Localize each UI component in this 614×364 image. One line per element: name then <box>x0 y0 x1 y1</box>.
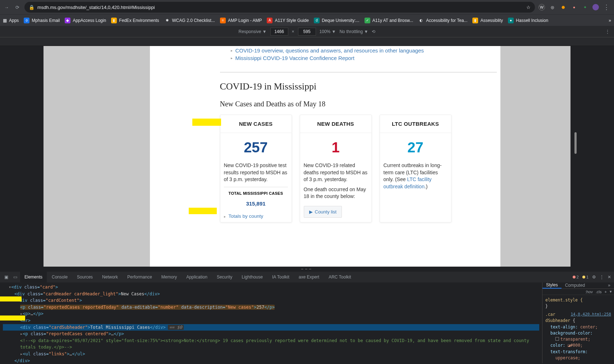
tab-lighthouse[interactable]: Lighthouse <box>237 272 267 282</box>
bookmark-a11y-style[interactable]: AA11Y Style Guide <box>267 18 309 23</box>
cls-toggle[interactable]: .cls <box>596 290 602 294</box>
folder-icon: ▮ <box>472 18 478 23</box>
ltc-desc: Current outbreaks in long-term care (LTC… <box>380 159 451 190</box>
device-select[interactable]: Responsive ▼ <box>239 29 267 34</box>
url-text: msdh.ms.gov/msdhsite/_static/14,0,420.ht… <box>37 5 155 10</box>
url-bar[interactable]: 🔒 msdh.ms.gov/msdhsite/_static/14,0,420.… <box>24 2 535 13</box>
bookmark-mphasis[interactable]: oMphasis Email <box>24 18 60 23</box>
ext-shield-icon[interactable]: ⬣ <box>560 4 567 10</box>
page-left-margin <box>150 46 220 267</box>
link-totals-county[interactable]: ▸Totals by county <box>224 212 288 221</box>
bookmark-fedex[interactable]: ▮FedEx Environments <box>111 18 159 23</box>
cards-row: NEW CASES 257 New COVID-19 positive test… <box>220 115 497 222</box>
page-content: ▸COVID-19 overview, questions and answer… <box>220 46 500 267</box>
inclusion-icon: ● <box>508 18 514 23</box>
toolbar-right: W ◎ ⬣ ● ✦ ⋮ <box>539 3 611 11</box>
tab-axe[interactable]: axe Expert <box>294 272 324 282</box>
bookmark-wcag[interactable]: ✱WCAG 2.0 Checklist... <box>164 18 215 23</box>
color-swatch-icon[interactable] <box>555 337 559 341</box>
divider <box>220 72 497 73</box>
styles-pane: Styles Computed » :hov .cls + ▾ element.… <box>542 282 614 363</box>
deque-icon: d <box>314 18 320 23</box>
new-deaths-value: 1 <box>300 133 371 159</box>
folder-icon: ▮ <box>111 18 117 23</box>
bookmark-a11y-at[interactable]: ✓A11y AT and Brosw... <box>365 18 413 23</box>
source-link[interactable]: 14,0,420.html:258 <box>571 312 611 318</box>
zoom-select[interactable]: 100% ▼ <box>320 29 336 34</box>
tab-console[interactable]: Console <box>47 272 72 282</box>
tab-arc[interactable]: ARC Toolkit <box>324 272 355 282</box>
throttle-select[interactable]: No throttling ▼ <box>339 29 368 34</box>
viewport-scrollbar[interactable] <box>574 132 577 154</box>
card-header-new-cases: NEW CASES <box>220 115 292 133</box>
browser-menu-icon[interactable]: ⋮ <box>603 3 610 11</box>
pane-menu-icon[interactable]: ▾ <box>610 289 612 294</box>
tab-computed[interactable]: Computed <box>562 282 588 289</box>
devtools-panel: ▣ ▭ Elements Console Sources Network Per… <box>0 272 614 363</box>
highlight-annotation <box>189 208 217 214</box>
device-toggle-icon getroffen[interactable]: ▭ <box>11 275 19 280</box>
bookmark-amp[interactable]: ≡AMP Login - AMP <box>220 18 262 23</box>
rotate-icon[interactable]: ⟲ <box>372 29 375 34</box>
highlight-annotation <box>0 315 25 321</box>
tab-performance[interactable]: Performance <box>123 272 156 282</box>
resize-handle[interactable] <box>590 46 592 267</box>
close-devtools-icon[interactable]: ✕ <box>608 275 611 280</box>
access-icon: ◆ <box>65 18 70 23</box>
add-rule-icon[interactable]: + <box>605 290 607 294</box>
bookmark-acc-tea[interactable]: ◐Accessibility for Tea... <box>418 18 467 23</box>
viewport-height-input[interactable] <box>298 28 316 36</box>
inspect-icon[interactable]: ▣ <box>2 275 10 280</box>
tab-application[interactable]: Application <box>182 272 212 282</box>
total-cases-value: 315,891 <box>224 196 288 211</box>
tab-memory[interactable]: Memory <box>157 272 181 282</box>
devtools-menu-icon[interactable]: ⋮ <box>600 275 604 280</box>
ext-lock-icon[interactable]: ● <box>571 4 577 10</box>
new-cases-value: 257 <box>220 133 292 159</box>
styles-tabs: Styles Computed » <box>542 282 614 289</box>
viewport-width-input[interactable] <box>270 28 288 36</box>
apps-icon: ▦ <box>3 18 7 23</box>
devtools-drag-handle[interactable]: ━━━ <box>0 267 614 272</box>
profile-avatar[interactable] <box>592 4 599 10</box>
ruler <box>0 37 614 46</box>
card-ltc: LTC OUTBREAKS 27 Current outbreaks in lo… <box>380 115 452 222</box>
ext-eye-icon[interactable]: ◎ <box>549 4 556 10</box>
forward-button[interactable]: → <box>3 4 10 11</box>
error-count[interactable]: 2 <box>573 275 579 279</box>
tab-security[interactable]: Security <box>212 272 237 282</box>
tab-ia-toolkit[interactable]: IA Toolkit <box>268 272 294 282</box>
warning-count[interactable]: 1 <box>582 275 588 279</box>
reload-button[interactable]: ⟳ <box>14 4 21 11</box>
total-cases-label: TOTAL MISSISSIPPI CASES <box>224 191 288 196</box>
tab-network[interactable]: Network <box>98 272 122 282</box>
a11y-icon: A <box>267 18 272 23</box>
star-icon[interactable]: ☆ <box>526 5 531 10</box>
bookmark-appaccess[interactable]: ◆AppAccess Login <box>65 18 106 23</box>
bookmarks-bar: ▦ Apps oMphasis Email ◆AppAccess Login ▮… <box>0 14 614 26</box>
devtools-main: ▾<div class="card"> <div class="cardHead… <box>0 282 614 363</box>
link-vaccine-report[interactable]: ▸Mississippi COVID-19 Vaccine Confidence… <box>231 54 497 62</box>
tab-styles[interactable]: Styles <box>542 282 562 289</box>
ext-wallet-icon[interactable]: W <box>539 4 545 10</box>
elements-pane[interactable]: ▾<div class="card"> <div class="cardHead… <box>0 282 542 363</box>
bookmark-hassell[interactable]: ●Hassell Inclusion <box>508 18 548 23</box>
bookmark-overflow-icon[interactable]: » <box>609 18 611 23</box>
apps-button[interactable]: ▦ Apps <box>3 18 19 23</box>
bookmark-assess[interactable]: ▮Assessiblity <box>472 18 503 23</box>
hov-toggle[interactable]: :hov <box>585 290 593 294</box>
tab-sources[interactable]: Sources <box>73 272 97 282</box>
bookmark-deque[interactable]: dDeque University:... <box>314 18 359 23</box>
styles-body[interactable]: element.style { } 14,0,420.html:258.car … <box>542 295 614 364</box>
tab-elements[interactable]: Elements <box>20 272 47 282</box>
link-overview[interactable]: ▸COVID-19 overview, questions and answer… <box>231 47 497 54</box>
device-menu-icon[interactable]: ⋮ <box>605 29 610 34</box>
ext-puzzle-icon[interactable]: ✦ <box>582 4 588 10</box>
browser-toolbar: → ⟳ 🔒 msdh.ms.gov/msdhsite/_static/14,0,… <box>0 0 614 14</box>
ltc-value: 27 <box>380 133 451 159</box>
styles-overflow-icon[interactable]: » <box>604 282 614 289</box>
settings-icon[interactable]: ⚙ <box>592 275 596 280</box>
county-list-button[interactable]: ▶County list <box>304 206 342 218</box>
new-deaths-note: One death occurred on May 18 in the coun… <box>300 183 371 200</box>
check-icon: ✓ <box>365 18 370 23</box>
